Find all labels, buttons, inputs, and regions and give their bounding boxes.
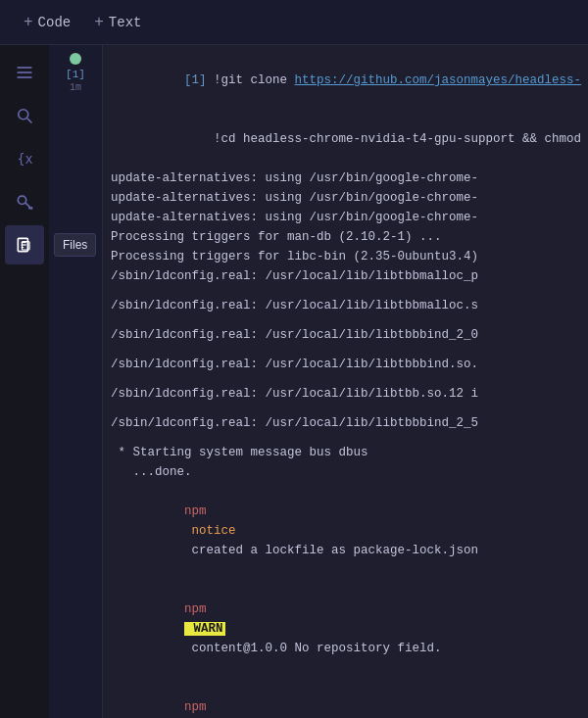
svg-rect-0 xyxy=(18,67,32,69)
output-line-13: ...done. xyxy=(111,462,580,482)
output-line-5: Processing triggers for libc-bin (2.35-0… xyxy=(111,247,580,266)
cell-number-inline: [1] xyxy=(184,73,214,87)
npm-label-warn1: npm xyxy=(184,602,207,616)
braces-icon: {x} xyxy=(15,149,34,168)
output-line-notice: npm notice created a lockfile as package… xyxy=(111,482,580,580)
empty-1 xyxy=(111,286,580,296)
empty-6 xyxy=(111,433,580,443)
search-icon xyxy=(15,106,34,125)
cd-cmd: !cd headless-chrome-nvidia-t4-gpu-suppor… xyxy=(184,132,581,146)
output-line-12: * Starting system message bus dbus xyxy=(111,443,580,462)
menu-icon xyxy=(15,63,34,82)
output-line-4: Processing triggers for man-db (2.10.2-1… xyxy=(111,227,580,247)
output-line-3: update-alternatives: using /usr/bin/goog… xyxy=(111,208,580,227)
svg-rect-1 xyxy=(18,72,32,73)
output-line-8: /sbin/ldconfig.real: /usr/local/lib/libt… xyxy=(111,325,580,345)
code-button-label: Code xyxy=(38,15,72,30)
empty-4 xyxy=(111,374,580,384)
text-button-label: Text xyxy=(109,15,142,30)
cell-gutter: [1] 1m xyxy=(49,45,103,718)
warn-text-1: content@1.0.0 No repository field. xyxy=(184,642,442,655)
output-line-9: /sbin/ldconfig.real: /usr/local/lib/libt… xyxy=(111,355,580,374)
notebook-content: [1] 1m [1] !git clone https://github.com… xyxy=(49,45,588,718)
sidebar-item-search[interactable] xyxy=(5,96,44,135)
sidebar-item-menu[interactable] xyxy=(5,53,44,92)
output-line-10: /sbin/ldconfig.real: /usr/local/lib/libt… xyxy=(111,384,580,404)
empty-3 xyxy=(111,345,580,355)
files-icon xyxy=(15,235,34,255)
warn-label-1: WARN xyxy=(184,622,225,636)
output-line-7: /sbin/ldconfig.real: /usr/local/lib/libt… xyxy=(111,296,580,315)
npm-label-warn2: npm xyxy=(184,700,207,714)
sidebar: {x} Files xyxy=(0,45,49,718)
cell-output[interactable]: [1] !git clone https://github.com/jasonm… xyxy=(103,45,588,718)
toolbar: + Code + Text xyxy=(0,0,588,45)
sidebar-item-secrets[interactable] xyxy=(5,182,44,221)
add-text-button[interactable]: + Text xyxy=(82,8,153,37)
cell-number: [1] xyxy=(66,69,85,80)
output-line-warn-2: npm WARN content@1.0.0 No license field. xyxy=(111,678,580,718)
output-line-11: /sbin/ldconfig.real: /usr/local/lib/libt… xyxy=(111,413,580,433)
notice-text: created a lockfile as package-lock.json xyxy=(184,544,478,557)
main-container: {x} Files xyxy=(0,45,588,718)
output-line-1: update-alternatives: using /usr/bin/goog… xyxy=(111,168,580,188)
command-line-2: !cd headless-chrome-nvidia-t4-gpu-suppor… xyxy=(111,110,580,168)
svg-text:{x}: {x} xyxy=(18,152,35,167)
sidebar-item-variables[interactable]: {x} xyxy=(5,139,44,178)
key-icon xyxy=(15,192,34,212)
empty-2 xyxy=(111,315,580,325)
output-line-6: /sbin/ldconfig.real: /usr/local/lib/libt… xyxy=(111,266,580,286)
plus-icon-2: + xyxy=(94,14,104,31)
add-code-button[interactable]: + Code xyxy=(12,8,82,37)
output-line-2: update-alternatives: using /usr/bin/goog… xyxy=(111,188,580,208)
plus-icon: + xyxy=(24,14,33,31)
svg-line-4 xyxy=(27,119,32,123)
cell-time: 1m xyxy=(70,82,81,93)
svg-rect-2 xyxy=(18,76,32,78)
empty-5 xyxy=(111,404,580,413)
git-cmd: !git clone https://github.com/jasonmayes… xyxy=(214,73,581,87)
npm-label-notice: npm xyxy=(184,504,207,518)
cell-1: [1] 1m [1] !git clone https://github.com… xyxy=(49,45,588,718)
svg-point-3 xyxy=(19,110,28,120)
notice-label: notice xyxy=(184,524,236,538)
command-line-1: [1] !git clone https://github.com/jasonm… xyxy=(111,51,580,110)
sidebar-item-files[interactable]: Files xyxy=(5,225,44,264)
cell-indicator xyxy=(70,53,81,65)
output-line-warn-1: npm WARN content@1.0.0 No repository fie… xyxy=(111,580,580,678)
